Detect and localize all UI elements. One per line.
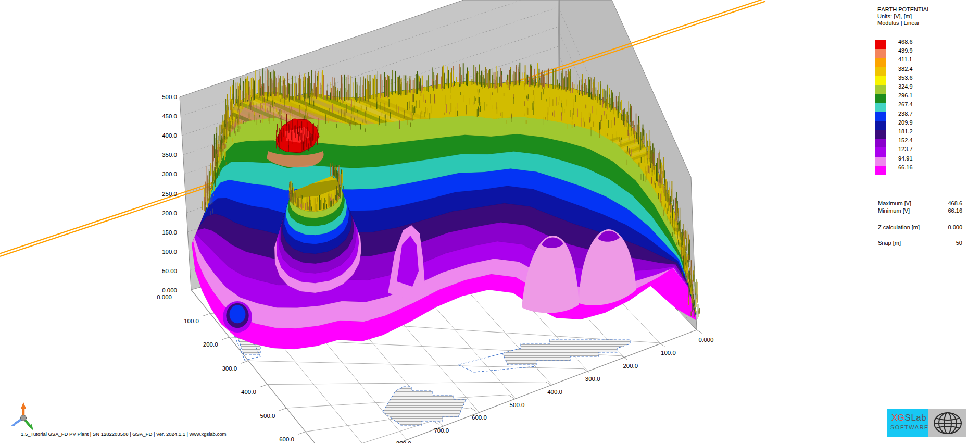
xgslab-software-label: SOFTWARE [890,424,929,430]
legend-entry: 353.6 [875,76,979,85]
legend-entry: 123.7 [875,147,979,157]
y-axis-label: 600.0 [472,414,487,421]
legend-entry: 468.6 [875,40,979,50]
stat-label: Z calculation [m] [878,224,920,230]
legend-swatch [875,85,886,94]
legend-swatch [875,112,886,121]
xgslab-logo: XGSLab SOFTWARE [887,409,966,437]
legend-entry: 66.16 [875,166,979,175]
z-axis-label: 50.00 [162,268,177,274]
z-axis-label: 0.000 [162,287,177,293]
legend-value: 94.91 [898,155,913,162]
legend-value: 382.4 [898,66,913,72]
xgslab-logo-text-box: XGSLab SOFTWARE [887,409,928,437]
legend-swatch [875,58,886,67]
legend-title: EARTH POTENTIAL [877,6,930,13]
z-axis-label: 350.0 [162,152,177,158]
stat-label: Maximum [V] [878,200,911,206]
y-axis-label: 0.000 [699,337,714,343]
legend-value: 181.2 [898,128,913,134]
x-axis-label: 200.0 [203,341,218,348]
legend-swatch [875,67,886,76]
legend-swatch [875,76,886,85]
legend-value: 439.9 [898,47,913,54]
legend-entry: 382.4 [875,67,979,77]
stat-value: 50 [956,240,962,246]
legend-swatch [875,103,886,112]
legend-swatch [875,147,886,156]
z-axis-origin-label: 0.000 [157,294,172,300]
legend-swatch [875,121,886,130]
axis-triad-icon [9,400,40,436]
legend-value: 152.4 [898,137,913,143]
legend-value: 324.9 [898,83,913,90]
stat-value: 0.000 [948,224,962,230]
legend-swatch [875,49,886,58]
legend-value: 468.6 [898,39,913,45]
legend-swatch [875,130,886,139]
z-axis-label: 500.0 [162,94,177,100]
z-axis-label: 100.0 [162,249,177,255]
scene-3d-surface: 500.0450.0400.0350.0300.0250.0200.0150.0… [0,0,980,443]
x-axis-label: 400.0 [241,389,256,395]
x-axis-label: 300.0 [222,365,237,372]
legend-scale-mode: Modulus | Linear [877,20,920,26]
legend-entry: 324.9 [875,85,979,94]
legend-units: Units: [V], [m] [877,13,912,19]
stat-row: Snap [m]50 [878,240,962,246]
stat-row: Maximum [V]468.6 [878,200,962,206]
z-axis-label: 450.0 [162,113,177,119]
legend-value: 66.16 [898,164,913,170]
legend-swatch [875,139,886,147]
z-axis-label: 300.0 [162,171,177,177]
stat-value: 468.6 [948,200,962,206]
legend-entry: 238.7 [875,112,979,121]
legend-entry: 439.9 [875,49,979,58]
xgslab-brand-accent: XG [891,413,905,423]
z-axis-label: 400.0 [162,132,177,139]
z-axis-label: 150.0 [162,229,177,236]
legend-value: 209.9 [898,119,913,126]
z-axis-label: 200.0 [162,210,177,216]
stat-label: Snap [m] [878,240,901,246]
legend-value: 267.4 [898,101,913,107]
project-info-text: 1.5_Tutorial GSA_FD PV Plant | SN 128220… [21,431,226,437]
x-axis-label: 100.0 [184,318,199,324]
xgslab-brand-rest: SLab [905,413,927,423]
stat-label: Minimum [V] [878,207,910,214]
legend-value: 123.7 [898,146,913,152]
legend-panel: EARTH POTENTIAL Units: [V], [m] Modulus … [875,0,979,261]
legend-entry: 209.9 [875,121,979,130]
x-axis-label: 500.0 [260,413,275,419]
y-axis-label: 300.0 [585,376,600,382]
legend-swatch [875,40,886,49]
legend-entry: 181.2 [875,130,979,139]
legend-swatch [875,166,886,175]
globe-icon [928,409,966,437]
stat-value: 66.16 [948,207,962,214]
viewport-3d[interactable]: 500.0450.0400.0350.0300.0250.0200.0150.0… [0,0,980,443]
y-axis-label: 500.0 [510,402,525,408]
legend-entry: 411.1 [875,58,979,67]
legend-entry: 267.4 [875,103,979,112]
y-axis-label: 700.0 [434,427,449,434]
y-axis-label: 400.0 [547,389,562,395]
z-axis-label: 250.0 [162,191,177,197]
y-axis-label: 200.0 [623,363,638,369]
legend-entry: 94.91 [875,157,979,166]
legend-entry: 296.1 [875,94,979,103]
y-axis-label: 800.0 [396,440,411,443]
stat-row: Z calculation [m]0.000 [878,224,962,230]
legend-value: 296.1 [898,92,913,99]
legend-value: 411.1 [898,56,912,63]
legend-value: 238.7 [898,110,913,117]
stat-row: Minimum [V]66.16 [878,207,962,214]
legend-value: 353.6 [898,75,913,81]
legend-swatch [875,157,886,166]
y-axis-label: 100.0 [661,350,676,356]
x-axis-label: 600.0 [279,436,294,442]
legend-entry: 152.4 [875,139,979,148]
xgslab-brand: XGSLab [891,413,926,423]
legend-swatch [875,94,886,103]
